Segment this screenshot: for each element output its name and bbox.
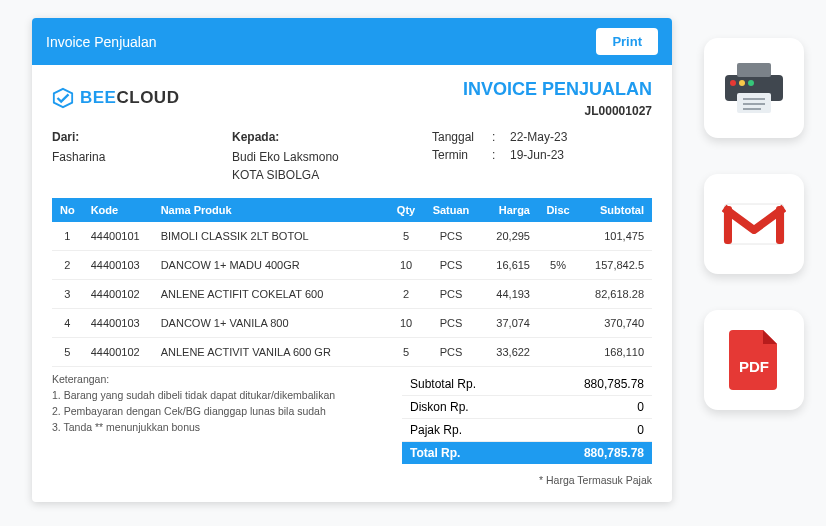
brand: BEECLOUD: [52, 87, 179, 109]
subtotal-label: Subtotal Rp.: [410, 377, 476, 391]
totals: Subtotal Rp. 880,785.78 Diskon Rp. 0 Paj…: [402, 373, 652, 464]
parties-row: Dari: Fasharina Kepada: Budi Eko Laksmon…: [52, 130, 652, 186]
notes: Keterangan: 1. Barang yang sudah dibeli …: [52, 373, 402, 464]
printer-icon: [721, 59, 787, 117]
svg-point-7: [730, 80, 736, 86]
svg-rect-11: [724, 206, 732, 244]
svg-point-8: [739, 80, 745, 86]
pdf-text: PDF: [739, 358, 769, 375]
pajak-value: 0: [637, 423, 644, 437]
document-body: BEECLOUD INVOICE PENJUALAN JL00001027 Da…: [32, 65, 672, 502]
brand-part1: BEE: [80, 88, 116, 107]
svg-point-9: [748, 80, 754, 86]
total-value: 880,785.78: [584, 446, 644, 460]
note-2: 2. Pembayaran dengan Cek/BG dianggap lun…: [52, 405, 392, 417]
diskon-label: Diskon Rp.: [410, 400, 469, 414]
from-label: Dari:: [52, 130, 232, 144]
brand-part2: CLOUD: [116, 88, 179, 107]
col-kode: Kode: [83, 198, 153, 222]
dates-block: Tanggal : 22-May-23 Termin : 19-Jun-23: [432, 130, 652, 186]
table-row: 2 44400103 DANCOW 1+ MADU 400GR 10 PCS 1…: [52, 251, 652, 280]
notes-heading: Keterangan:: [52, 373, 392, 385]
termin-label: Termin: [432, 148, 492, 162]
side-actions: PDF: [704, 38, 804, 410]
to-label: Kepada:: [232, 130, 432, 144]
col-nama: Nama Produk: [153, 198, 388, 222]
invoice-card: Invoice Penjualan Print BEECLOUD INVOICE…: [32, 18, 672, 502]
items-table: No Kode Nama Produk Qty Satuan Harga Dis…: [52, 198, 652, 367]
to-name: Budi Eko Laksmono: [232, 150, 432, 164]
document-title-block: INVOICE PENJUALAN JL00001027: [463, 79, 652, 118]
below-table: Keterangan: 1. Barang yang sudah dibeli …: [52, 373, 652, 464]
termin-value: 19-Jun-23: [510, 148, 564, 162]
table-row: 1 44400101 BIMOLI CLASSIK 2LT BOTOL 5 PC…: [52, 222, 652, 251]
col-qty: Qty: [388, 198, 424, 222]
table-row: 4 44400103 DANCOW 1+ VANILA 800 10 PCS 3…: [52, 309, 652, 338]
tanggal-label: Tanggal: [432, 130, 492, 144]
total-label: Total Rp.: [410, 446, 460, 460]
col-subtotal: Subtotal: [578, 198, 652, 222]
brand-logo-icon: [52, 87, 74, 109]
to-city: KOTA SIBOLGA: [232, 168, 432, 182]
col-harga: Harga: [478, 198, 538, 222]
from-name: Fasharina: [52, 150, 232, 164]
pdf-action[interactable]: PDF: [704, 310, 804, 410]
brand-text: BEECLOUD: [80, 88, 179, 108]
svg-rect-2: [737, 63, 771, 77]
table-row: 5 44400102 ANLENE ACTIVIT VANILA 600 GR …: [52, 338, 652, 367]
gmail-action[interactable]: [704, 174, 804, 274]
table-row: 3 44400102 ANLENE ACTIFIT COKELAT 600 2 …: [52, 280, 652, 309]
svg-rect-12: [776, 206, 784, 244]
document-header: BEECLOUD INVOICE PENJUALAN JL00001027: [52, 79, 652, 118]
col-no: No: [52, 198, 83, 222]
titlebar: Invoice Penjualan Print: [32, 18, 672, 65]
diskon-value: 0: [637, 400, 644, 414]
document-number: JL00001027: [463, 104, 652, 118]
print-button[interactable]: Print: [596, 28, 658, 55]
gmail-icon: [722, 200, 786, 248]
table-body: 1 44400101 BIMOLI CLASSIK 2LT BOTOL 5 PC…: [52, 222, 652, 367]
svg-marker-0: [54, 89, 72, 107]
tanggal-value: 22-May-23: [510, 130, 567, 144]
pdf-icon: PDF: [727, 328, 781, 392]
document-title: INVOICE PENJUALAN: [463, 79, 652, 100]
col-disc: Disc: [538, 198, 578, 222]
col-satuan: Satuan: [424, 198, 478, 222]
pajak-label: Pajak Rp.: [410, 423, 462, 437]
printer-action[interactable]: [704, 38, 804, 138]
note-3: 3. Tanda ** menunjukkan bonus: [52, 421, 392, 433]
to-block: Kepada: Budi Eko Laksmono KOTA SIBOLGA: [232, 130, 432, 186]
table-header-row: No Kode Nama Produk Qty Satuan Harga Dis…: [52, 198, 652, 222]
note-1: 1. Barang yang sudah dibeli tidak dapat …: [52, 389, 392, 401]
from-block: Dari: Fasharina: [52, 130, 232, 186]
subtotal-value: 880,785.78: [584, 377, 644, 391]
footnote: * Harga Termasuk Pajak: [52, 474, 652, 486]
titlebar-title: Invoice Penjualan: [46, 34, 157, 50]
